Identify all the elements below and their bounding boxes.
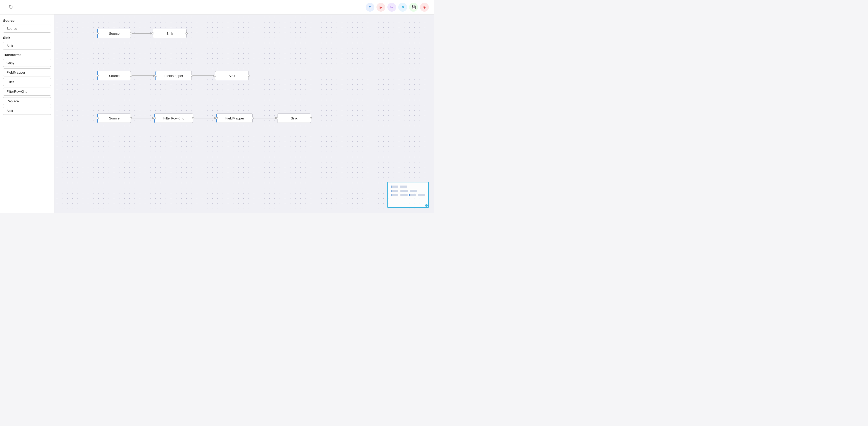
minimap-resize-handle[interactable] — [425, 204, 428, 207]
play-button[interactable]: ▶ — [376, 3, 385, 12]
minimap-node — [410, 190, 417, 192]
minimap-node — [391, 190, 398, 192]
port-left — [276, 117, 278, 119]
node-f1n2[interactable]: Sink — [153, 29, 187, 38]
port-left — [152, 32, 154, 34]
header: ⚙▶✂⚑💾⊗ — [0, 0, 434, 14]
sidebar-section-sink: Sink — [3, 36, 51, 40]
copy-title-button[interactable] — [8, 4, 13, 10]
port-left — [216, 117, 218, 119]
sidebar-section-source: Source — [3, 19, 51, 23]
port-right — [192, 117, 194, 119]
sidebar: SourceSourceSinkSinkTransformsCopyFieldM… — [0, 14, 54, 213]
port-right — [310, 117, 312, 119]
sidebar-item-source[interactable]: Source — [3, 25, 51, 33]
port-right — [130, 32, 132, 34]
sidebar-item-filter[interactable]: Filter — [3, 78, 51, 86]
node-f3n2[interactable]: FilterRowKind — [154, 114, 193, 123]
sidebar-item-sink[interactable]: Sink — [3, 42, 51, 50]
node-f2n3[interactable]: Sink — [215, 71, 249, 80]
stop-button[interactable]: ⊗ — [420, 3, 429, 12]
minimap-node — [409, 194, 416, 196]
flag-button[interactable]: ⚑ — [398, 3, 407, 12]
port-right — [130, 117, 132, 119]
port-left — [97, 32, 99, 34]
port-right — [252, 117, 254, 119]
port-right — [130, 74, 132, 77]
save-button[interactable]: 💾 — [409, 3, 418, 12]
node-f3n3[interactable]: FieldMapper — [216, 114, 253, 123]
sidebar-item-fieldmapper[interactable]: FieldMapper — [3, 68, 51, 77]
gear-button[interactable]: ⚙ — [366, 3, 374, 12]
minimap-inner — [388, 182, 428, 207]
port-left — [97, 117, 99, 119]
minimap-node — [391, 194, 398, 196]
port-right — [191, 74, 193, 77]
port-right — [248, 74, 250, 77]
sidebar-item-copy[interactable]: Copy — [3, 59, 51, 67]
sidebar-item-replace[interactable]: Replace — [3, 97, 51, 105]
port-right — [186, 32, 188, 34]
port-left — [97, 74, 99, 77]
node-f3n1[interactable]: Source — [97, 114, 131, 123]
port-left — [154, 117, 156, 119]
sidebar-item-filterrowkind[interactable]: FilterRowKind — [3, 88, 51, 96]
sidebar-item-split[interactable]: Split — [3, 107, 51, 115]
node-f2n1[interactable]: Source — [97, 71, 131, 80]
minimap-node — [400, 190, 408, 192]
header-actions: ⚙▶✂⚑💾⊗ — [366, 3, 429, 12]
node-f2n2[interactable]: FieldMapper — [155, 71, 192, 80]
main-layout: SourceSourceSinkSinkTransformsCopyFieldM… — [0, 14, 434, 213]
node-f1n1[interactable]: Source — [97, 29, 131, 38]
minimap-node — [391, 186, 398, 188]
canvas[interactable]: SourceSinkSourceFieldMapperSinkSourceFil… — [54, 14, 434, 213]
minimap-node — [418, 194, 425, 196]
svg-rect-0 — [10, 6, 12, 8]
scissors-button[interactable]: ✂ — [388, 3, 396, 12]
minimap[interactable] — [388, 182, 429, 208]
port-left — [214, 74, 216, 77]
minimap-node — [400, 194, 408, 196]
node-f3n4[interactable]: Sink — [277, 114, 311, 123]
port-left — [155, 74, 157, 77]
sidebar-section-transforms: Transforms — [3, 53, 51, 57]
header-left — [5, 4, 13, 10]
minimap-node — [400, 186, 407, 188]
